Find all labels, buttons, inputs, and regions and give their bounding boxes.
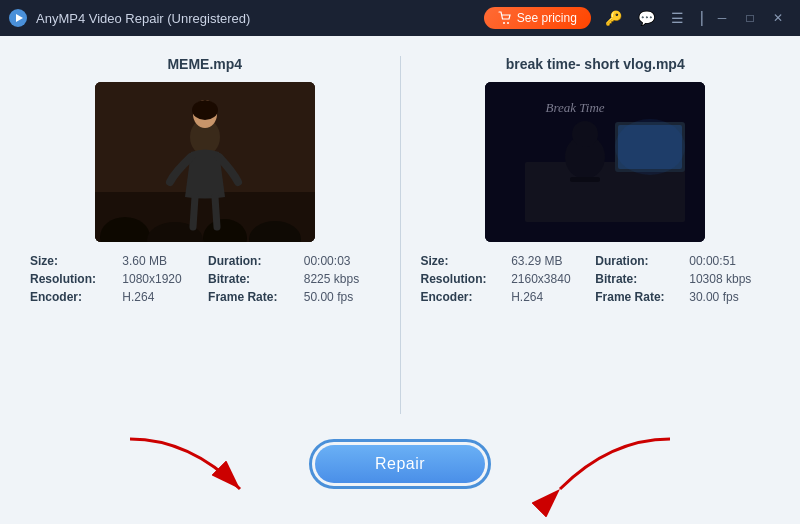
left-encoder-label: Encoder: (30, 290, 116, 304)
left-video-title: MEME.mp4 (167, 56, 242, 72)
right-video-scene: Break Time (485, 82, 705, 242)
cart-icon (498, 11, 512, 25)
window-controls: | ─ □ ✕ (696, 4, 792, 32)
titlebar: AnyMP4 Video Repair (Unregistered) See p… (0, 0, 800, 36)
left-video-panel: MEME.mp4 (30, 56, 380, 414)
left-resolution-label: Resolution: (30, 272, 116, 286)
video-divider (400, 56, 401, 414)
left-encoder-value: H.264 (122, 290, 202, 304)
right-framerate-label: Frame Rate: (595, 290, 683, 304)
right-video-title: break time- short vlog.mp4 (506, 56, 685, 72)
repair-button[interactable]: Repair (315, 445, 485, 483)
close-button[interactable]: ✕ (764, 4, 792, 32)
svg-point-12 (192, 100, 218, 120)
left-video-meta: Size: 3.60 MB Duration: 00:00:03 Resolut… (30, 254, 380, 304)
app-logo-icon (8, 8, 28, 28)
left-framerate-value: 50.00 fps (304, 290, 380, 304)
right-size-label: Size: (421, 254, 506, 268)
right-duration-label: Duration: (595, 254, 683, 268)
chat-icon[interactable]: 💬 (634, 8, 659, 28)
svg-point-18 (572, 121, 598, 147)
svg-point-3 (507, 22, 509, 24)
right-video-panel: break time- short vlog.mp4 (421, 56, 771, 414)
left-video-scene (95, 82, 315, 242)
left-duration-label: Duration: (208, 254, 298, 268)
right-size-value: 63.29 MB (511, 254, 589, 268)
svg-point-2 (503, 22, 505, 24)
pricing-label: See pricing (517, 11, 577, 25)
right-framerate-value: 30.00 fps (689, 290, 770, 304)
right-duration-value: 00:00:51 (689, 254, 770, 268)
left-bitrate-label: Bitrate: (208, 272, 298, 286)
right-resolution-label: Resolution: (421, 272, 506, 286)
right-arrow (530, 434, 690, 504)
videos-row: MEME.mp4 (30, 56, 770, 414)
minimize-button[interactable]: ─ (708, 4, 736, 32)
titlebar-icon-group: 🔑 💬 ☰ (601, 8, 688, 28)
svg-point-21 (615, 119, 685, 175)
right-encoder-label: Encoder: (421, 290, 506, 304)
left-size-label: Size: (30, 254, 116, 268)
left-size-value: 3.60 MB (122, 254, 202, 268)
svg-rect-19 (570, 177, 600, 182)
right-video-thumbnail: Break Time (485, 82, 705, 242)
svg-text:Break Time: Break Time (546, 100, 605, 115)
repair-button-wrapper: Repair (309, 439, 491, 489)
left-video-thumbnail (95, 82, 315, 242)
right-bitrate-label: Bitrate: (595, 272, 683, 286)
left-resolution-value: 1080x1920 (122, 272, 202, 286)
right-encoder-value: H.264 (511, 290, 589, 304)
left-arrow (110, 434, 270, 504)
pricing-button[interactable]: See pricing (484, 7, 591, 29)
key-icon[interactable]: 🔑 (601, 8, 626, 28)
left-duration-value: 00:00:03 (304, 254, 380, 268)
bottom-area: Repair (30, 414, 770, 504)
left-framerate-label: Frame Rate: (208, 290, 298, 304)
right-video-meta: Size: 63.29 MB Duration: 00:00:51 Resolu… (421, 254, 771, 304)
right-resolution-value: 2160x3840 (511, 272, 589, 286)
right-bitrate-value: 10308 kbps (689, 272, 770, 286)
left-bitrate-value: 8225 kbps (304, 272, 380, 286)
menu-icon[interactable]: ☰ (667, 8, 688, 28)
main-content: MEME.mp4 (0, 36, 800, 524)
titlebar-title: AnyMP4 Video Repair (Unregistered) (36, 11, 484, 26)
maximize-button[interactable]: □ (736, 4, 764, 32)
